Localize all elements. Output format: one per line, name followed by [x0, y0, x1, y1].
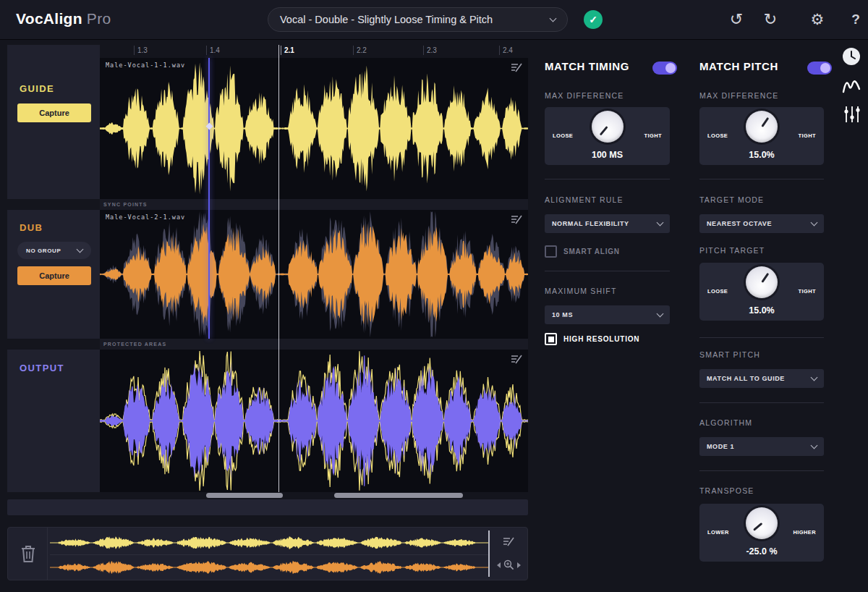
- pitch-max-difference-knob[interactable]: [746, 111, 778, 143]
- dub-waveform: [100, 210, 528, 339]
- scrollbar-thumb[interactable]: [334, 493, 463, 498]
- section-divider-line: [278, 45, 279, 492]
- timing-max-difference-knob[interactable]: [592, 111, 624, 143]
- toggle-knob: [820, 63, 830, 73]
- smart-pitch-label: SMART PITCH: [699, 350, 760, 359]
- alignment-rule-select[interactable]: NORMAL FLEXIBILITY: [545, 214, 670, 233]
- trash-icon[interactable]: [20, 544, 37, 564]
- divider: [545, 179, 670, 179]
- pitch-max-difference-label: MAX DIFFERENCE: [699, 91, 779, 100]
- panel-divider: [47, 528, 48, 580]
- dub-panel: DUB NO GROUP Capture: [7, 210, 100, 339]
- smart-align-checkbox-row[interactable]: SMART ALIGN: [545, 245, 620, 258]
- track-edit-icon[interactable]: [511, 354, 522, 364]
- zoom-scrub-control[interactable]: [497, 559, 521, 570]
- pitch-target-card: LOOSE TIGHT 15.0%: [699, 263, 824, 321]
- scrollbar-thumb[interactable]: [206, 493, 283, 498]
- chevron-down-icon: [811, 219, 818, 227]
- smart-align-checkbox[interactable]: [545, 245, 557, 258]
- brand-suffix: Pro: [87, 10, 111, 27]
- track-edit-icon[interactable]: [511, 62, 522, 72]
- divider: [545, 271, 670, 271]
- knob-loose-label: LOOSE: [707, 132, 728, 139]
- zoom-magnifier-icon[interactable]: [503, 559, 514, 570]
- alignment-rule-label: ALIGNMENT RULE: [545, 195, 624, 204]
- output-track[interactable]: [100, 350, 528, 492]
- mixer-faders-icon[interactable]: [843, 104, 861, 124]
- track-edit-icon[interactable]: [503, 536, 514, 546]
- knob-pointer: [761, 273, 769, 283]
- pitch-trace-icon[interactable]: [841, 75, 861, 96]
- timing-max-difference-value: 100 MS: [545, 150, 670, 160]
- undo-button[interactable]: ↺: [726, 9, 747, 30]
- dub-overview-waveform[interactable]: [50, 558, 488, 577]
- checkbox-fill: [548, 337, 554, 342]
- guide-label: GUIDE: [20, 83, 54, 94]
- timeline-ruler[interactable]: 1.3 1.4 2.1 2.2 2.3 2.4: [100, 45, 528, 58]
- guide-overview-waveform[interactable]: [50, 533, 488, 552]
- target-mode-select[interactable]: NEAREST OCTAVE: [699, 214, 824, 233]
- pitch-target-knob[interactable]: [746, 266, 778, 298]
- playhead-line[interactable]: [208, 58, 210, 339]
- pitch-target-label: PITCH TARGET: [699, 246, 765, 255]
- track-edit-icon[interactable]: [511, 214, 522, 224]
- knob-tight-label: TIGHT: [799, 288, 817, 295]
- sync-points-label: SYNC POINTS: [103, 202, 148, 207]
- history-clock-icon[interactable]: [841, 46, 861, 67]
- settings-gear-icon[interactable]: ⚙: [807, 9, 828, 30]
- knob-pointer: [761, 117, 769, 127]
- transpose-value: -25.0 %: [699, 546, 824, 557]
- match-timing-toggle[interactable]: [652, 62, 677, 75]
- knob-loose-label: LOOSE: [553, 132, 573, 139]
- status-check-icon: ✓: [584, 10, 603, 29]
- output-waveform: [100, 350, 528, 492]
- sync-points-strip: SYNC POINTS: [100, 199, 528, 210]
- guide-capture-button[interactable]: Capture: [17, 103, 91, 122]
- dub-group-select[interactable]: NO GROUP: [17, 242, 91, 259]
- dub-label: DUB: [20, 222, 43, 233]
- chevron-down-icon: [657, 310, 664, 318]
- target-mode-value: NEAREST OCTAVE: [707, 220, 772, 227]
- high-resolution-checkbox-row[interactable]: HIGH RESOLUTION: [545, 333, 639, 345]
- zoom-right-arrow-icon[interactable]: [517, 562, 521, 568]
- chevron-down-icon: [811, 442, 818, 449]
- divider: [699, 470, 824, 471]
- algorithm-select[interactable]: MODE 1: [699, 437, 824, 456]
- maximum-shift-label: MAXIMUM SHIFT: [545, 287, 617, 295]
- smart-pitch-select[interactable]: MATCH ALL TO GUIDE: [699, 369, 824, 388]
- protected-areas-label: PROTECTED AREAS: [103, 342, 166, 347]
- output-label: OUTPUT: [20, 363, 64, 373]
- high-resolution-checkbox[interactable]: [545, 333, 557, 345]
- divider: [699, 402, 824, 403]
- guide-track[interactable]: Male-Vocal-1-1.wav: [100, 58, 528, 199]
- horizontal-scrollbar[interactable]: [7, 499, 528, 515]
- zoom-left-arrow-icon[interactable]: [497, 562, 501, 568]
- guide-panel: GUIDE Capture: [7, 45, 100, 199]
- maximum-shift-select[interactable]: 10 MS: [545, 305, 670, 324]
- knob-higher-label: HIGHER: [793, 529, 816, 536]
- match-pitch-title: MATCH PITCH: [699, 60, 778, 72]
- dub-capture-button[interactable]: Capture: [17, 266, 91, 285]
- match-pitch-toggle[interactable]: [807, 62, 832, 75]
- preset-selector[interactable]: Vocal - Double - Slightly Loose Timing &…: [268, 7, 568, 32]
- ruler-tick: 2.2: [353, 46, 367, 55]
- transpose-knob[interactable]: [746, 507, 778, 539]
- target-mode-label: TARGET MODE: [699, 195, 764, 204]
- overview-playhead[interactable]: [488, 530, 490, 577]
- redo-button[interactable]: ↻: [760, 9, 781, 30]
- alignment-rule-value: NORMAL FLEXIBILITY: [552, 220, 629, 227]
- timing-max-difference-card: LOOSE TIGHT 100 MS: [545, 107, 670, 165]
- ruler-tick: 1.4: [206, 46, 220, 55]
- ruler-tick: 2.1: [281, 46, 294, 55]
- knob-loose-label: LOOSE: [707, 288, 728, 295]
- lane-divider: [50, 554, 488, 555]
- smart-pitch-value: MATCH ALL TO GUIDE: [707, 375, 785, 382]
- output-panel: OUTPUT: [7, 350, 100, 492]
- dub-group-value: NO GROUP: [26, 248, 61, 254]
- dub-track[interactable]: Male-Vocal-2-1.wav: [100, 210, 528, 339]
- knob-lower-label: LOWER: [707, 529, 729, 536]
- knob-pointer: [600, 126, 608, 135]
- dub-file-name: Male-Vocal-2-1.wav: [106, 213, 185, 221]
- help-button[interactable]: ?: [845, 9, 867, 30]
- guide-waveform: [100, 58, 528, 199]
